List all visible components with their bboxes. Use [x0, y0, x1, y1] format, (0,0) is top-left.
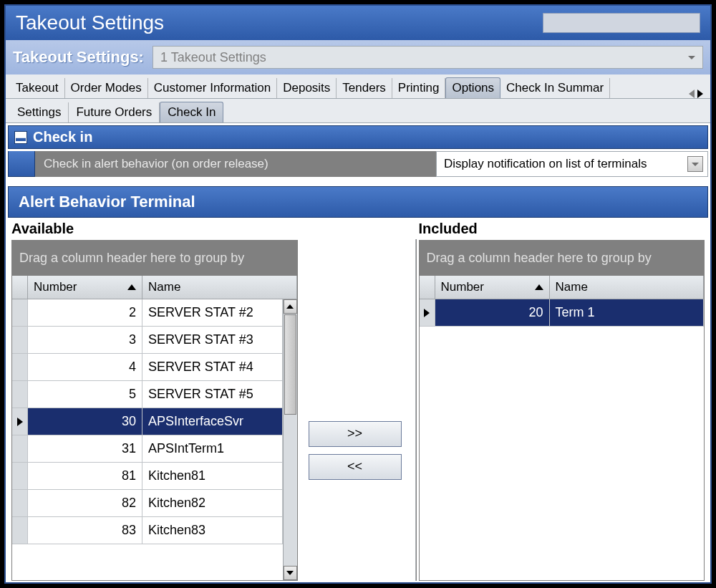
cell-name: Kitchen83 — [142, 517, 283, 544]
table-row[interactable]: 82Kitchen82 — [12, 490, 283, 517]
cell-number: 5 — [28, 381, 142, 408]
row-indicator — [12, 463, 28, 489]
checkin-section-header: ▬ Check in — [8, 125, 708, 149]
sub-tab[interactable]: Future Orders — [69, 102, 160, 122]
scroll-down-button[interactable] — [284, 566, 297, 580]
table-row[interactable]: 4SERVER STAT #4 — [12, 354, 283, 381]
name-column-header[interactable]: Name — [142, 276, 297, 299]
scrollbar-track[interactable] — [284, 415, 297, 566]
main-tab[interactable]: Check In Summar — [500, 78, 610, 98]
transfer-buttons: >> << — [298, 219, 412, 581]
triangle-down-icon — [286, 571, 294, 575]
row-indicator — [12, 354, 28, 380]
add-button[interactable]: >> — [309, 421, 402, 447]
row-indicator — [12, 408, 28, 435]
alert-behavior-label: Check in alert behavior (on order releas… — [35, 151, 436, 177]
settings-selector-dropdown[interactable]: 1 Takeout Settings — [153, 46, 703, 69]
cell-name: SERVER STAT #4 — [142, 354, 283, 380]
checkin-field-row: Check in alert behavior (on order releas… — [8, 151, 708, 177]
main-tab-strip: TakeoutOrder ModesCustomer InformationDe… — [6, 74, 710, 99]
main-tab[interactable]: Options — [445, 77, 500, 98]
scroll-up-button[interactable] — [284, 299, 297, 314]
selector-bar: Takeout Settings: 1 Takeout Settings — [6, 40, 710, 74]
main-tab[interactable]: Customer Information — [148, 78, 277, 98]
main-tab[interactable]: Order Modes — [65, 78, 148, 98]
name-column-header[interactable]: Name — [550, 276, 705, 299]
row-pointer-icon — [17, 418, 23, 426]
cell-number: 4 — [28, 354, 142, 380]
section-indent — [8, 151, 35, 177]
selector-label: Takeout Settings: — [13, 48, 144, 67]
cell-name: SERVER STAT #2 — [142, 299, 283, 326]
settings-selector-value: 1 Takeout Settings — [160, 50, 266, 65]
alert-behavior-value: Display notification on list of terminal… — [444, 157, 647, 171]
available-grid-header: Number Name — [12, 276, 297, 299]
available-group-by-bar[interactable]: Drag a column header here to group by — [12, 241, 297, 276]
row-header-col — [12, 276, 28, 299]
available-grid: Drag a column header here to group by Nu… — [11, 240, 298, 581]
window: Takeout Settings Takeout Settings: 1 Tak… — [4, 4, 712, 584]
collapse-toggle[interactable]: ▬ — [14, 131, 27, 144]
chevron-down-icon — [692, 163, 699, 166]
title-search-box[interactable] — [543, 13, 700, 33]
sort-asc-icon — [535, 284, 543, 290]
cell-number: 2 — [28, 299, 142, 326]
included-grid-header: Number Name — [420, 276, 705, 299]
table-row[interactable]: 83Kitchen83 — [12, 517, 283, 544]
cell-number: 20 — [435, 299, 550, 326]
row-indicator — [12, 435, 28, 462]
tab-scroll-arrows — [689, 90, 706, 98]
main-tab[interactable]: Deposits — [277, 78, 337, 98]
table-row[interactable]: 5SERVER STAT #5 — [12, 381, 283, 408]
row-indicator — [420, 299, 435, 326]
row-indicator — [12, 490, 28, 516]
row-indicator — [12, 381, 28, 408]
table-row[interactable]: 81Kitchen81 — [12, 463, 283, 490]
chevron-down-icon — [688, 56, 695, 59]
triangle-up-icon — [286, 304, 294, 309]
row-header-col — [420, 276, 435, 299]
scrollbar-thumb[interactable] — [284, 314, 296, 415]
included-grid: Drag a column header here to group by Nu… — [419, 240, 705, 581]
alert-terminal-header: Alert Behavior Terminal — [8, 186, 708, 218]
tab-scroll-right-icon[interactable] — [697, 90, 703, 98]
remove-button[interactable]: << — [309, 454, 402, 480]
table-row[interactable]: 31APSIntTerm1 — [12, 435, 283, 463]
row-pointer-icon — [424, 309, 430, 317]
checkin-header-text: Check in — [33, 129, 92, 145]
cell-number: 83 — [28, 517, 142, 544]
table-row[interactable]: 3SERVER STAT #3 — [12, 327, 283, 354]
row-indicator — [12, 517, 28, 544]
cell-name: SERVER STAT #5 — [142, 381, 283, 408]
cell-name: Kitchen81 — [142, 463, 283, 489]
table-row[interactable]: 30APSInterfaceSvr — [12, 408, 283, 435]
main-tab[interactable]: Printing — [392, 78, 446, 98]
available-column: Available Drag a column header here to g… — [11, 219, 298, 581]
table-row[interactable]: 2SERVER STAT #2 — [12, 299, 283, 327]
number-column-header[interactable]: Number — [28, 276, 142, 299]
cell-name: Term 1 — [550, 299, 705, 326]
included-group-by-bar[interactable]: Drag a column header here to group by — [420, 241, 705, 276]
cell-number: 82 — [28, 490, 142, 516]
alert-behavior-dropdown[interactable]: Display notification on list of terminal… — [436, 151, 708, 177]
number-column-header[interactable]: Number — [435, 276, 550, 299]
dropdown-button[interactable] — [687, 156, 703, 172]
sub-tab[interactable]: Check In — [160, 102, 223, 122]
sub-tab-strip: SettingsFuture OrdersCheck In — [6, 99, 710, 123]
available-grid-body: 2SERVER STAT #23SERVER STAT #34SERVER ST… — [12, 299, 297, 580]
list-divider[interactable] — [415, 239, 417, 581]
cell-name: APSIntTerm1 — [142, 435, 283, 462]
sub-tab[interactable]: Settings — [10, 102, 69, 122]
cell-number: 30 — [28, 408, 142, 435]
tab-scroll-left-icon[interactable] — [689, 90, 695, 98]
terminal-lists-area: Available Drag a column header here to g… — [6, 218, 710, 582]
available-scrollbar[interactable] — [283, 299, 297, 580]
main-tab[interactable]: Tenders — [337, 78, 392, 98]
main-tab[interactable]: Takeout — [10, 78, 65, 98]
page-title: Takeout Settings — [16, 11, 164, 34]
table-row[interactable]: 20Term 1 — [420, 299, 705, 327]
included-grid-body: 20Term 1 — [420, 299, 705, 580]
included-column: Included Drag a column header here to gr… — [419, 219, 705, 581]
cell-name: APSInterfaceSvr — [142, 408, 283, 435]
row-indicator — [12, 299, 28, 326]
